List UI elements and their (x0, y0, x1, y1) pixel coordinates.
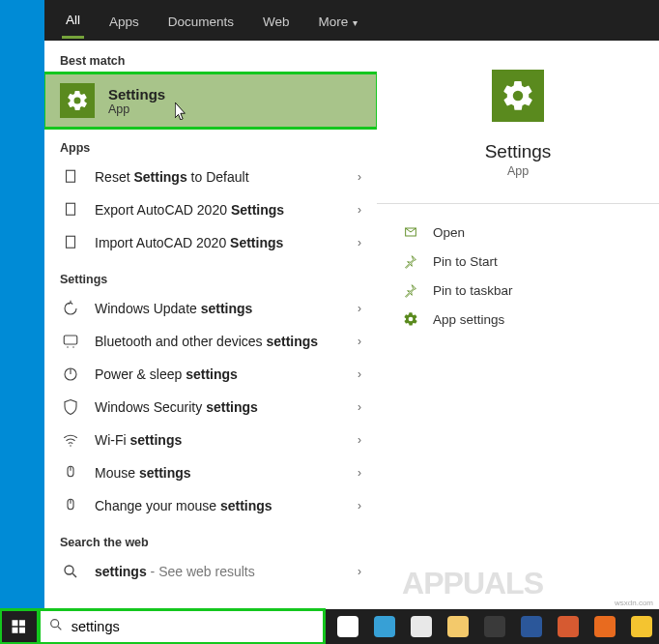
chevron-right-icon: › (358, 499, 361, 512)
reset-icon (60, 168, 81, 186)
taskbar-pinned-apps (325, 609, 659, 644)
result-row[interactable]: Windows Update settings› (44, 292, 377, 325)
result-label: Change your mouse settings (95, 498, 344, 513)
chevron-right-icon: › (358, 433, 361, 447)
taskbar-app-cortana[interactable] (330, 609, 365, 644)
chevron-right-icon: › (358, 466, 361, 480)
taskbar-app-app2[interactable] (624, 609, 659, 644)
search-icon (48, 617, 64, 636)
taskbar-app-store[interactable] (477, 609, 512, 644)
result-row[interactable]: Reset Settings to Default› (44, 161, 377, 193)
watermark-small: wsxdn.com (615, 599, 653, 607)
action-app-settings[interactable]: App settings (398, 305, 638, 334)
result-label: Import AutoCAD 2020 Settings (95, 235, 344, 250)
chevron-right-icon: › (358, 236, 361, 249)
best-match-title: Settings (108, 86, 165, 102)
gear-icon (402, 311, 419, 327)
chrome-icon (411, 616, 432, 637)
preview-pane: Settings App Open Pin to Start Pin to ta… (377, 41, 659, 609)
taskbar-app-edge[interactable] (367, 609, 402, 644)
calculator-icon (521, 616, 542, 637)
update-icon (60, 300, 81, 317)
wifi-icon (60, 431, 81, 449)
taskbar-app-chrome[interactable] (404, 609, 439, 644)
mouse-icon (60, 464, 81, 482)
preview-subtitle: App (507, 164, 529, 178)
result-label: Windows Update settings (95, 301, 344, 316)
action-pin-start[interactable]: Pin to Start (398, 247, 638, 276)
export-icon (60, 201, 81, 219)
app1-icon (594, 616, 616, 637)
gear-icon (492, 70, 544, 122)
action-open[interactable]: Open (398, 218, 638, 247)
file-explorer-icon (447, 616, 469, 637)
bluetooth-icon (60, 333, 81, 350)
result-label: Power & sleep settings (95, 366, 344, 382)
best-match-settings[interactable]: Settings App (44, 73, 377, 128)
search-tabs: All Apps Documents Web More ▾ (44, 0, 659, 41)
search-input[interactable] (72, 619, 315, 634)
pin-icon (402, 253, 419, 269)
open-icon (402, 224, 419, 240)
result-label: settings - See web results (95, 564, 344, 579)
best-match-subtitle: App (108, 102, 165, 116)
result-label: Bluetooth and other devices settings (95, 334, 344, 349)
chevron-down-icon: ▾ (350, 17, 358, 28)
chevron-right-icon: › (358, 400, 361, 414)
section-label-best-match: Best match (44, 41, 377, 73)
edge-icon (374, 616, 395, 637)
tab-web[interactable]: Web (259, 4, 294, 38)
section-label-settings: Settings (44, 259, 377, 292)
result-label: Export AutoCAD 2020 Settings (95, 202, 344, 218)
result-row[interactable]: Bluetooth and other devices settings› (44, 325, 377, 358)
section-label-web: Search the web (44, 522, 377, 555)
taskbar-app-calculator[interactable] (514, 609, 549, 644)
result-row[interactable]: Mouse settings› (44, 456, 377, 489)
result-row[interactable]: Power & sleep settings› (44, 358, 377, 391)
preview-title: Settings (485, 141, 552, 162)
app2-icon (631, 616, 652, 637)
result-row[interactable]: Wi-Fi settings› (44, 424, 377, 456)
taskbar-search-box[interactable] (39, 609, 325, 644)
tab-documents[interactable]: Documents (164, 4, 238, 38)
pin-icon (402, 282, 419, 298)
tab-all[interactable]: All (62, 2, 84, 39)
chevron-right-icon: › (358, 203, 361, 217)
search-results-panel: All Apps Documents Web More ▾ Best match… (44, 0, 659, 609)
chevron-right-icon: › (358, 367, 361, 381)
tab-apps[interactable]: Apps (105, 4, 143, 38)
taskbar-app-snip[interactable] (551, 609, 586, 644)
section-label-apps: Apps (44, 128, 377, 161)
result-label: Wi-Fi settings (95, 432, 344, 448)
result-row[interactable]: Change your mouse settings› (44, 489, 377, 522)
result-row[interactable]: Import AutoCAD 2020 Settings› (44, 226, 377, 259)
gear-icon (60, 83, 95, 118)
snip-icon (558, 616, 579, 637)
cursor-icon (175, 102, 188, 120)
chevron-right-icon: › (358, 170, 361, 184)
results-left-column: Best match Settings App Apps Reset Setti… (44, 41, 377, 609)
search-icon (60, 563, 81, 580)
result-label: Windows Security settings (95, 399, 344, 415)
action-pin-taskbar[interactable]: Pin to taskbar (398, 276, 638, 305)
taskbar-app-app1[interactable] (587, 609, 622, 644)
mouse-icon (60, 497, 81, 514)
chevron-right-icon: › (358, 302, 361, 315)
result-row[interactable]: Windows Security settings› (44, 391, 377, 424)
shield-icon (60, 398, 81, 416)
result-label: Reset Settings to Default (95, 169, 344, 185)
start-button[interactable] (0, 609, 39, 644)
divider (377, 203, 659, 204)
cortana-icon (337, 616, 358, 637)
chevron-right-icon: › (358, 565, 361, 578)
chevron-right-icon: › (358, 335, 361, 348)
result-label: Mouse settings (95, 465, 344, 481)
store-icon (484, 616, 505, 637)
windows-icon (11, 618, 28, 635)
import-icon (60, 234, 81, 251)
taskbar (0, 609, 659, 644)
tab-more[interactable]: More ▾ (315, 4, 362, 38)
taskbar-app-file-explorer[interactable] (441, 609, 475, 644)
result-row[interactable]: Export AutoCAD 2020 Settings› (44, 193, 377, 226)
result-row[interactable]: settings - See web results› (44, 555, 377, 588)
